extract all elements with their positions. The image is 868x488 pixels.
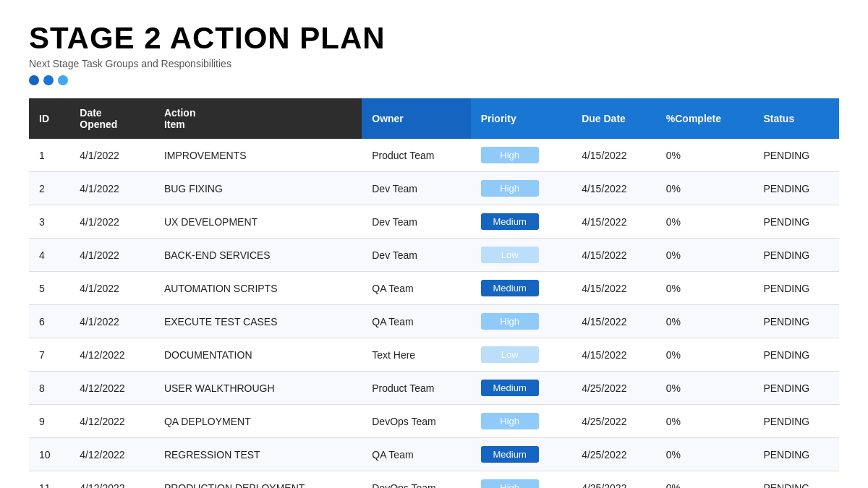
cell-status: PENDING xyxy=(753,438,839,471)
cell-id: 6 xyxy=(29,305,69,338)
cell-complete: 0% xyxy=(656,438,754,471)
cell-status: PENDING xyxy=(753,139,839,172)
cell-priority: High xyxy=(471,471,571,488)
cell-complete: 0% xyxy=(656,305,754,338)
table-row: 104/12/2022REGRESSION TESTQA TeamMedium4… xyxy=(29,438,839,471)
cell-date: 4/1/2022 xyxy=(69,239,154,272)
table-row: 34/1/2022UX DEVELOPMENTDev TeamMedium4/1… xyxy=(29,205,839,239)
priority-badge: High xyxy=(481,147,539,163)
page-title: STAGE 2 ACTION PLAN xyxy=(29,22,839,55)
cell-owner: QA Team xyxy=(362,438,470,471)
cell-complete: 0% xyxy=(656,172,754,205)
cell-due: 4/25/2022 xyxy=(571,372,656,405)
cell-status: PENDING xyxy=(753,372,839,405)
cell-date: 4/1/2022 xyxy=(69,139,154,172)
table-row: 54/1/2022AUTOMATION SCRIPTSQA TeamMedium… xyxy=(29,272,839,305)
cell-date: 4/12/2022 xyxy=(69,471,154,488)
cell-priority: Low xyxy=(471,338,571,372)
cell-action: BACK-END SERVICES xyxy=(154,239,362,272)
cell-status: PENDING xyxy=(753,239,839,272)
cell-owner: QA Team xyxy=(362,272,470,305)
cell-owner: Text Here xyxy=(362,338,470,372)
cell-action: EXECUTE TEST CASES xyxy=(154,305,362,338)
table-row: 94/12/2022QA DEPLOYMENTDevOps TeamHigh4/… xyxy=(29,405,839,438)
table-row: 74/12/2022DOCUMENTATIONText HereLow4/15/… xyxy=(29,338,839,372)
cell-date: 4/1/2022 xyxy=(69,172,154,205)
cell-priority: Medium xyxy=(471,438,571,471)
cell-due: 4/15/2022 xyxy=(571,272,656,305)
priority-badge: High xyxy=(481,313,539,330)
cell-priority: Medium xyxy=(471,372,571,405)
cell-due: 4/15/2022 xyxy=(571,305,656,338)
cell-priority: Low xyxy=(471,239,571,272)
cell-action: REGRESSION TEST xyxy=(154,438,362,471)
cell-action: AUTOMATION SCRIPTS xyxy=(154,272,362,305)
table-header-row: ID DateOpened ActionItem Owner Priority … xyxy=(29,98,839,139)
cell-action: PRODUCTION DEPLOYMENT xyxy=(154,471,362,488)
priority-badge: High xyxy=(481,413,539,429)
cell-status: PENDING xyxy=(753,405,839,438)
cell-id: 11 xyxy=(29,471,69,488)
header-id: ID xyxy=(29,98,69,139)
cell-status: PENDING xyxy=(753,338,839,372)
cell-complete: 0% xyxy=(656,272,754,305)
dot-2 xyxy=(43,75,54,85)
cell-due: 4/15/2022 xyxy=(571,172,656,205)
cell-complete: 0% xyxy=(656,338,754,372)
cell-priority: High xyxy=(471,172,571,205)
dot-1 xyxy=(29,75,39,85)
action-plan-table: ID DateOpened ActionItem Owner Priority … xyxy=(29,98,839,488)
table-row: 14/1/2022IMPROVEMENTSProduct TeamHigh4/1… xyxy=(29,139,839,172)
priority-badge: Medium xyxy=(481,213,539,230)
cell-owner: Dev Team xyxy=(362,205,470,239)
header-complete: %Complete xyxy=(656,98,754,139)
cell-id: 10 xyxy=(29,438,69,471)
cell-owner: DevOps Team xyxy=(362,405,470,438)
page-subtitle: Next Stage Task Groups and Responsibilit… xyxy=(29,58,839,69)
cell-priority: High xyxy=(471,405,571,438)
cell-due: 4/15/2022 xyxy=(571,338,656,372)
cell-id: 1 xyxy=(29,139,69,172)
table-row: 24/1/2022BUG FIXINGDev TeamHigh4/15/2022… xyxy=(29,172,839,205)
cell-owner: DevOps Team xyxy=(362,471,470,488)
cell-owner: Product Team xyxy=(362,139,470,172)
cell-id: 7 xyxy=(29,338,69,372)
cell-date: 4/12/2022 xyxy=(69,372,154,405)
cell-date: 4/1/2022 xyxy=(69,272,154,305)
cell-due: 4/15/2022 xyxy=(571,139,656,172)
priority-badge: Medium xyxy=(481,280,539,296)
header-status: Status xyxy=(753,98,839,139)
cell-owner: Dev Team xyxy=(362,172,470,205)
cell-id: 9 xyxy=(29,405,69,438)
cell-action: IMPROVEMENTS xyxy=(154,139,362,172)
table-row: 84/12/2022USER WALKTHROUGHProduct TeamMe… xyxy=(29,372,839,405)
cell-id: 8 xyxy=(29,372,69,405)
priority-badge: Medium xyxy=(481,380,539,396)
cell-action: BUG FIXING xyxy=(154,172,362,205)
cell-id: 5 xyxy=(29,272,69,305)
cell-status: PENDING xyxy=(753,205,839,239)
header-action-item: ActionItem xyxy=(154,98,362,139)
cell-priority: High xyxy=(471,305,571,338)
cell-priority: Medium xyxy=(471,272,571,305)
cell-status: PENDING xyxy=(753,172,839,205)
cell-due: 4/15/2022 xyxy=(571,205,656,239)
header-owner: Owner xyxy=(362,98,470,139)
priority-badge: Low xyxy=(481,346,539,363)
cell-action: DOCUMENTATION xyxy=(154,338,362,372)
table-row: 44/1/2022BACK-END SERVICESDev TeamLow4/1… xyxy=(29,239,839,272)
cell-action: USER WALKTHROUGH xyxy=(154,372,362,405)
priority-badge: High xyxy=(481,479,539,488)
cell-id: 4 xyxy=(29,239,69,272)
cell-date: 4/1/2022 xyxy=(69,305,154,338)
header-due-date: Due Date xyxy=(571,98,656,139)
cell-date: 4/12/2022 xyxy=(69,438,154,471)
cell-status: PENDING xyxy=(753,272,839,305)
cell-owner: QA Team xyxy=(362,305,470,338)
cell-priority: High xyxy=(471,139,571,172)
cell-action: QA DEPLOYMENT xyxy=(154,405,362,438)
table-row: 114/12/2022PRODUCTION DEPLOYMENTDevOps T… xyxy=(29,471,839,488)
dot-3 xyxy=(58,75,68,85)
priority-badge: High xyxy=(481,180,539,197)
dots-row xyxy=(29,75,839,85)
